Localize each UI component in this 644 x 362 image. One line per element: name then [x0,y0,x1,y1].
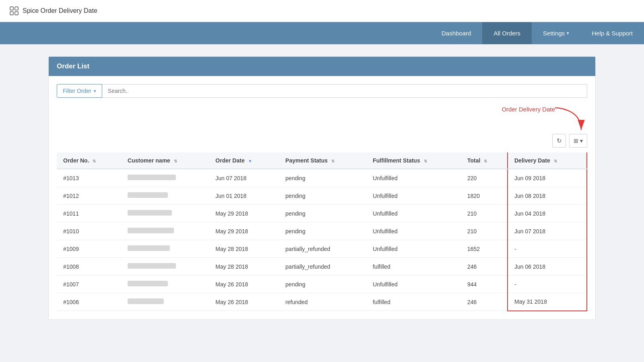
svg-rect-3 [15,12,18,15]
cell-delivery-date: Jun 07 2018 [508,222,587,240]
table-row: #1009 May 28 2018 partially_refunded Unf… [57,240,587,258]
cell-total: 246 [461,258,508,276]
cell-payment-status: pending [279,222,366,240]
customer-name-placeholder [128,228,174,233]
cell-customer-name [121,205,209,222]
cell-customer-name [121,293,209,311]
card-header: Order List [49,57,595,76]
cell-payment-status: pending [279,169,366,187]
cell-fulfillment-status: Unfulfilled [366,240,461,258]
cell-total: 210 [461,205,508,222]
cell-fulfillment-status: fulfilled [366,293,461,311]
table-header: Order No. ⇅ Customer name ⇅ Order Date ▼ [57,152,587,169]
settings-chevron-icon: ▾ [567,31,569,36]
customer-name-placeholder [128,192,168,198]
col-total: Total ⇅ [461,152,508,169]
card-header-title: Order List [57,62,89,70]
cell-payment-status: pending [279,187,366,205]
cell-delivery-date: Jun 09 2018 [508,169,587,187]
col-fulfillment-status: Fulfillment Status ⇅ [366,152,461,169]
cell-payment-status: refunded [279,293,366,311]
cell-order-no: #1013 [57,169,121,187]
cell-order-no: #1007 [57,276,121,293]
cell-order-date: May 26 2018 [209,293,279,311]
customer-name-placeholder [128,281,168,286]
table-row: #1006 May 26 2018 refunded fulfilled 246… [57,293,587,311]
cell-order-date: May 29 2018 [209,205,279,222]
cell-delivery-date: Jun 06 2018 [508,258,587,276]
cell-fulfillment-status: Unfulfilled [366,222,461,240]
col-delivery-date: Delivery Date ⇅ [508,152,587,169]
sort-icon-order-no: ⇅ [93,159,96,163]
annotation-row: Order Delivery Date [57,106,587,138]
nav-all-orders[interactable]: All Orders [482,22,532,44]
search-input[interactable] [102,84,587,98]
header-row: Order No. ⇅ Customer name ⇅ Order Date ▼ [57,152,587,169]
cell-order-date: May 29 2018 [209,222,279,240]
card-body: Filter Order ▾ Order Delivery Date [49,76,595,319]
red-arrow-annotation [551,106,587,140]
cell-order-date: May 28 2018 [209,258,279,276]
order-list-card: Order List Filter Order ▾ Order Delivery… [48,56,596,320]
annotation-label: Order Delivery Date [502,106,555,113]
cell-order-no: #1008 [57,258,121,276]
cell-total: 210 [461,222,508,240]
app-top-bar: Spice Order Delivery Date [0,0,644,22]
main-content: Order List Filter Order ▾ Order Delivery… [0,44,644,332]
cell-customer-name [121,222,209,240]
cell-fulfillment-status: Unfulfilled [366,205,461,222]
cell-delivery-date: - [508,240,587,258]
cell-fulfillment-status: Unfulfilled [366,187,461,205]
table-row: #1010 May 29 2018 pending Unfulfilled 21… [57,222,587,240]
cell-order-no: #1012 [57,187,121,205]
cell-total: 220 [461,169,508,187]
filter-order-button[interactable]: Filter Order ▾ [57,84,102,98]
cell-customer-name [121,276,209,293]
cell-payment-status: pending [279,276,366,293]
cell-total: 246 [461,293,508,311]
cell-delivery-date: - [508,276,587,293]
cell-order-date: Jun 07 2018 [209,169,279,187]
app-title: Spice Order Delivery Date [23,7,97,14]
filter-chevron-icon: ▾ [94,88,96,94]
cell-fulfillment-status: Unfulfilled [366,169,461,187]
cell-customer-name [121,169,209,187]
cell-order-date: Jun 01 2018 [209,187,279,205]
app-icon [10,6,19,15]
cell-payment-status: pending [279,205,366,222]
cell-order-no: #1011 [57,205,121,222]
col-customer-name: Customer name ⇅ [121,152,209,169]
table-row: #1011 May 29 2018 pending Unfulfilled 21… [57,205,587,222]
orders-table-body: #1013 Jun 07 2018 pending Unfulfilled 22… [57,169,587,311]
cell-customer-name [121,187,209,205]
col-order-no: Order No. ⇅ [57,152,121,169]
table-row: #1008 May 28 2018 partially_refunded ful… [57,258,587,276]
orders-table: Order No. ⇅ Customer name ⇅ Order Date ▼ [57,152,587,311]
col-payment-status: Payment Status ⇅ [279,152,366,169]
sort-icon-fulfillment: ⇅ [424,159,427,163]
cell-total: 1652 [461,240,508,258]
nav-dashboard[interactable]: Dashboard [430,22,482,44]
cell-order-date: May 26 2018 [209,276,279,293]
table-row: #1012 Jun 01 2018 pending Unfulfilled 18… [57,187,587,205]
cell-customer-name [121,240,209,258]
cell-order-date: May 28 2018 [209,240,279,258]
cell-total: 1820 [461,187,508,205]
filter-row: Filter Order ▾ [57,84,587,98]
customer-name-placeholder [128,245,170,251]
cell-fulfillment-status: Unfulfilled [366,276,461,293]
customer-name-placeholder [128,210,172,216]
nav-help-support[interactable]: Help & Support [580,22,644,44]
nav-settings[interactable]: Settings ▾ [532,22,580,44]
cell-total: 944 [461,276,508,293]
svg-rect-0 [10,7,13,10]
cell-order-no: #1006 [57,293,121,311]
customer-name-placeholder [128,263,176,269]
cell-payment-status: partially_refunded [279,258,366,276]
cell-payment-status: partially_refunded [279,240,366,258]
customer-name-placeholder [128,298,164,304]
sort-icon-total: ⇅ [484,159,487,163]
cell-order-no: #1010 [57,222,121,240]
cell-customer-name [121,258,209,276]
sort-icon-order-date: ▼ [248,159,252,163]
